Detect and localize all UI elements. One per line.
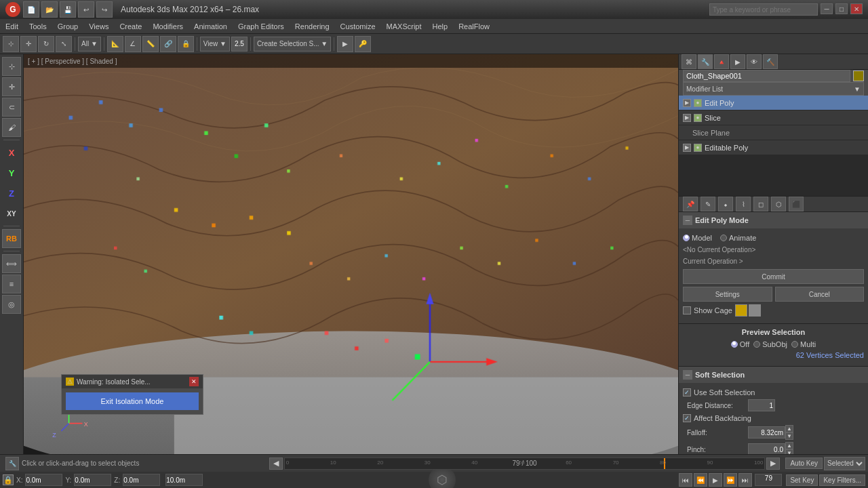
display-icon[interactable]: 👁 bbox=[747, 54, 762, 69]
snap-btn[interactable]: 📐 bbox=[107, 36, 123, 52]
modifier-slice[interactable]: ▶ ● Slice bbox=[679, 110, 868, 125]
preview-off-radio[interactable]: Off bbox=[731, 340, 749, 348]
show-cage-checkbox[interactable] bbox=[683, 306, 691, 314]
pinch-down[interactable]: ▼ bbox=[785, 449, 793, 454]
distance-input[interactable] bbox=[165, 474, 203, 486]
lt-mirror-btn[interactable]: ⟺ bbox=[2, 254, 21, 273]
pivot-field[interactable]: 2.5 bbox=[231, 37, 248, 52]
view-dropdown[interactable]: View ▼ bbox=[200, 37, 230, 52]
timeline-bar[interactable]: 79 / 100 0 10 20 30 40 50 60 70 80 90 10… bbox=[284, 458, 766, 470]
menu-group[interactable]: Group bbox=[52, 21, 84, 32]
search-input[interactable] bbox=[709, 3, 818, 16]
pinch-up[interactable]: ▲ bbox=[785, 442, 793, 449]
lasso-btn[interactable]: ⊂ bbox=[2, 98, 21, 117]
menu-modifiers[interactable]: Modifiers bbox=[147, 21, 189, 32]
modifier-edit-poly[interactable]: ▶ ● Edit Poly bbox=[679, 96, 868, 110]
bind-btn[interactable]: 🔒 bbox=[178, 36, 194, 52]
falloff-down[interactable]: ▼ bbox=[785, 432, 793, 440]
preview-subobj-radio[interactable]: SubObj bbox=[753, 340, 787, 348]
new-btn[interactable]: 📄 bbox=[23, 1, 39, 18]
anim-last-btn[interactable]: ⏭ bbox=[738, 473, 752, 487]
anim-prev-btn[interactable]: ⏪ bbox=[694, 473, 707, 487]
x-coord-input[interactable] bbox=[25, 474, 62, 486]
menu-views[interactable]: Views bbox=[83, 21, 114, 32]
lt-align-btn[interactable]: ≡ bbox=[2, 274, 21, 293]
paint-select-btn[interactable]: 🖌 bbox=[2, 118, 21, 137]
rotate-tool[interactable]: ↻ bbox=[38, 36, 54, 52]
spinner-snap-btn[interactable]: 📏 bbox=[142, 36, 159, 52]
use-soft-sel-checkbox[interactable] bbox=[683, 388, 691, 396]
object-name-input[interactable] bbox=[683, 70, 850, 82]
undo-btn[interactable]: ↩ bbox=[78, 1, 94, 18]
hierarchy-icon[interactable]: 🔺 bbox=[714, 54, 729, 69]
anim-play-btn[interactable]: ▶ bbox=[709, 473, 722, 487]
lock-icon[interactable]: 🔒 bbox=[3, 474, 14, 485]
modifier-list-dropdown[interactable]: Modifier List ▼ bbox=[683, 82, 864, 96]
play-btn[interactable]: ▶ bbox=[337, 36, 353, 52]
menu-maxscript[interactable]: MAXScript bbox=[381, 21, 427, 32]
edge-dist-input[interactable] bbox=[748, 399, 775, 411]
menu-graph-editors[interactable]: Graph Editors bbox=[233, 21, 290, 32]
key-btn[interactable]: 🔑 bbox=[355, 36, 371, 52]
mod-expand-icon[interactable]: ▶ bbox=[683, 99, 691, 107]
select-tool[interactable]: ⊹ bbox=[3, 36, 19, 52]
move-tool[interactable]: ✛ bbox=[20, 36, 37, 52]
preview-multi-circle[interactable] bbox=[791, 341, 798, 348]
minimize-btn[interactable]: ─ bbox=[821, 3, 833, 14]
warning-close-btn[interactable]: ✕ bbox=[189, 377, 199, 386]
pinch-spinner[interactable]: ▲ ▼ bbox=[785, 442, 793, 454]
menu-tools[interactable]: Tools bbox=[24, 21, 52, 32]
model-radio-circle[interactable] bbox=[683, 235, 690, 241]
redo-btn[interactable]: ↪ bbox=[96, 1, 113, 18]
preview-multi-radio[interactable]: Multi bbox=[791, 340, 816, 348]
filter-dropdown[interactable]: All ▼ bbox=[78, 37, 101, 52]
mod-vis-icon-2[interactable]: ● bbox=[694, 114, 702, 122]
stack-border-icon[interactable]: ◻ bbox=[753, 197, 768, 211]
falloff-up[interactable]: ▲ bbox=[785, 425, 793, 432]
stack-edge-icon[interactable]: ⌇ bbox=[736, 197, 751, 211]
auto-key-btn[interactable]: Auto Key bbox=[785, 458, 823, 469]
command-panel-icon[interactable]: ⌘ bbox=[682, 54, 696, 69]
modifier-editable-poly[interactable]: ▶ ● Editable Poly bbox=[679, 140, 868, 155]
anim-first-btn[interactable]: ⏮ bbox=[679, 473, 692, 487]
angle-snap-btn[interactable]: ∠ bbox=[125, 36, 141, 52]
falloff-spinner[interactable]: ▲ ▼ bbox=[785, 425, 793, 440]
frame-field[interactable]: 79 bbox=[755, 474, 782, 486]
edit-poly-collapse[interactable]: ─ bbox=[683, 216, 692, 225]
select-lt-btn[interactable]: ⊹ bbox=[2, 57, 21, 76]
exit-isolation-btn[interactable]: Exit Isolation Mode bbox=[66, 392, 199, 410]
preview-off-circle[interactable] bbox=[731, 341, 738, 348]
viewport[interactable]: [ + ] [ Perspective ] [ Shaded ] bbox=[24, 54, 678, 454]
lt-rb-btn[interactable]: RB bbox=[2, 229, 21, 248]
menu-customize[interactable]: Customize bbox=[335, 21, 381, 32]
close-btn[interactable]: ✕ bbox=[850, 3, 863, 14]
stack-active-icon[interactable]: ✎ bbox=[701, 197, 715, 211]
menu-edit[interactable]: Edit bbox=[0, 21, 24, 32]
mod-expand-icon-2[interactable]: ▶ bbox=[683, 114, 691, 122]
preview-subobj-circle[interactable] bbox=[753, 341, 760, 348]
pinch-input[interactable] bbox=[748, 443, 785, 454]
save-btn[interactable]: 💾 bbox=[60, 1, 76, 18]
falloff-input[interactable] bbox=[748, 426, 785, 439]
cancel-btn[interactable]: Cancel bbox=[775, 287, 865, 302]
mod-vis-icon-3[interactable]: ● bbox=[694, 144, 702, 152]
cage-color-1[interactable] bbox=[735, 304, 747, 317]
modifier-panel-icon[interactable]: 🔧 bbox=[698, 54, 713, 69]
commit-btn[interactable]: Commit bbox=[683, 269, 864, 284]
stack-poly-icon[interactable]: ⬡ bbox=[771, 197, 786, 211]
model-radio[interactable]: Model bbox=[683, 234, 712, 242]
timeline-next-btn[interactable]: ▶ bbox=[766, 458, 780, 470]
selected-dropdown[interactable]: Selected bbox=[824, 457, 865, 470]
y-coord-input[interactable] bbox=[74, 474, 111, 486]
link-btn[interactable]: 🔗 bbox=[160, 36, 176, 52]
scale-tool[interactable]: ⤡ bbox=[56, 36, 72, 52]
affect-backfacing-checkbox[interactable] bbox=[683, 414, 691, 422]
modifier-slice-plane[interactable]: Slice Plane bbox=[679, 125, 868, 140]
menu-create[interactable]: Create bbox=[114, 21, 147, 32]
animate-radio[interactable]: Animate bbox=[720, 234, 756, 242]
set-key-btn[interactable]: Set Key bbox=[786, 474, 818, 486]
lt-obj-btn[interactable]: ◎ bbox=[2, 295, 21, 314]
cage-color-2[interactable] bbox=[749, 304, 761, 317]
menu-help[interactable]: Help bbox=[427, 21, 454, 32]
object-color-swatch[interactable] bbox=[853, 70, 864, 81]
